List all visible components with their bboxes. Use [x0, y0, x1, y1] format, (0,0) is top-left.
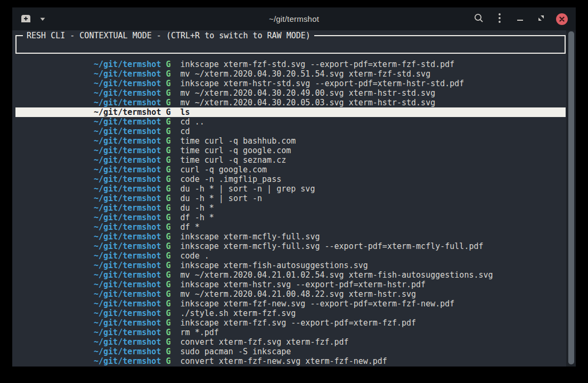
- git-flag: G: [161, 60, 180, 69]
- history-row[interactable]: ~/git/termshot G ./style.sh xterm-fzf.sv…: [15, 309, 566, 318]
- terminal-window: ~/git/termshot: [12, 7, 576, 367]
- minimize-button[interactable]: [510, 7, 530, 30]
- git-flag: G: [161, 289, 180, 299]
- history-path: ~/git/termshot: [94, 251, 161, 261]
- history-row[interactable]: ~/git/termshot G code .: [15, 251, 566, 261]
- git-flag: G: [161, 318, 180, 328]
- git-flag: G: [161, 299, 180, 309]
- history-row[interactable]: ~/git/termshot G mv ~/xterm.2020.04.21.0…: [15, 270, 566, 280]
- history-path: ~/git/termshot: [94, 165, 161, 174]
- history-command: inkscape xterm-hstr-std.svg --export-pdf…: [181, 79, 464, 88]
- history-row[interactable]: ~/git/termshot G code -n .imgflip_pass: [15, 174, 566, 184]
- git-flag: G: [161, 69, 180, 79]
- titlebar-right-controls: [468, 7, 572, 30]
- history-row[interactable]: ~/git/termshot G inkscape xterm-fzf.svg …: [15, 318, 566, 328]
- search-button[interactable]: [468, 7, 489, 30]
- history-row[interactable]: ~/git/termshot G df -h *: [15, 213, 566, 222]
- history-command: mv ~/xterm.2020.04.30.20.49.00.svg xterm…: [181, 88, 436, 98]
- git-flag: G: [161, 261, 180, 270]
- history-row[interactable]: ~/git/termshot G mv ~/xterm.2020.04.30.2…: [15, 88, 566, 98]
- history-row[interactable]: ~/git/termshot G inkscape xterm-fzf-new.…: [15, 299, 566, 309]
- history-path: ~/git/termshot: [94, 213, 161, 222]
- close-button[interactable]: [551, 7, 572, 30]
- git-flag: G: [161, 194, 180, 203]
- history-command: code -n .imgflip_pass: [181, 174, 282, 184]
- git-flag: G: [161, 88, 180, 98]
- history-command: inkscape xterm-fzf-std.svg --export-pdf=…: [181, 60, 455, 69]
- git-flag: G: [161, 79, 180, 88]
- history-command: inkscape xterm-fzf.svg --export-pdf=xter…: [181, 318, 416, 328]
- history-path: ~/git/termshot: [94, 203, 161, 213]
- history-command: df *: [181, 222, 200, 232]
- history-path: ~/git/termshot: [94, 337, 161, 347]
- history-command: inkscape xterm-hstr.svg --export-pdf=xte…: [181, 280, 426, 289]
- history-path: ~/git/termshot: [94, 328, 161, 337]
- history-path: ~/git/termshot: [94, 194, 161, 203]
- history-command: inkscape xterm-fzf-new.svg --export-pdf=…: [181, 299, 455, 309]
- history-command: inkscape xterm-fish-autosuggestions.svg: [181, 261, 368, 270]
- history-path: ~/git/termshot: [94, 98, 161, 107]
- history-row[interactable]: ~/git/termshot G df *: [15, 222, 566, 232]
- scrollbar-thumb[interactable]: [568, 31, 574, 364]
- history-row[interactable]: ~/git/termshot G convert xterm-fzf-new.s…: [15, 356, 566, 366]
- git-flag: G: [161, 165, 180, 174]
- git-flag: G: [161, 117, 180, 127]
- history-row[interactable]: ~/git/termshot G du -h * | sort -n: [15, 194, 566, 203]
- git-flag: G: [161, 337, 180, 347]
- history-row[interactable]: ~/git/termshot G inkscape xterm-fzf-std.…: [15, 60, 566, 69]
- history-path: ~/git/termshot: [94, 242, 161, 251]
- scrollbar-track: [566, 30, 576, 367]
- history-path: ~/git/termshot: [94, 261, 161, 270]
- history-command: inkscape xterm-mcfly-full.svg --export-p…: [181, 242, 484, 251]
- history-path: ~/git/termshot: [94, 146, 161, 155]
- history-command: mv ~/xterm.2020.04.30.20.51.54.svg xterm…: [181, 69, 431, 79]
- history-row[interactable]: ~/git/termshot G inkscape xterm-hstr.svg…: [15, 280, 566, 289]
- git-flag: G: [161, 155, 180, 165]
- history-row[interactable]: ~/git/termshot G curl -q google.com: [15, 165, 566, 174]
- history-row[interactable]: ~/git/termshot G sudo pacman -S inkscape: [15, 347, 566, 356]
- git-flag: G: [161, 270, 180, 280]
- history-row[interactable]: ~/git/termshot G inkscape xterm-mcfly-fu…: [15, 242, 566, 251]
- history-path: ~/git/termshot: [94, 222, 161, 232]
- git-flag: G: [161, 203, 180, 213]
- history-row[interactable]: ~/git/termshot G inkscape xterm-hstr-std…: [15, 79, 566, 88]
- history-row[interactable]: ~/git/termshot G time curl -q google.com: [15, 146, 566, 155]
- history-path: ~/git/termshot: [94, 280, 161, 289]
- git-flag: G: [161, 356, 180, 366]
- history-row[interactable]: ~/git/termshot G du -h *: [15, 203, 566, 213]
- screen: ~/git/termshot: [0, 0, 588, 383]
- history-row[interactable]: ~/git/termshot G time curl -q seznam.cz: [15, 155, 566, 165]
- history-row[interactable]: ~/git/termshot G mv ~/xterm.2020.04.30.2…: [15, 98, 566, 107]
- history-row[interactable]: ~/git/termshot G mv ~/xterm.2020.04.21.0…: [15, 289, 566, 299]
- history-command: cd: [181, 127, 190, 136]
- history-row[interactable]: ~/git/termshot G inkscape xterm-mcfly-fu…: [15, 232, 566, 242]
- history-row[interactable]: ~/git/termshot G ls: [15, 107, 566, 117]
- git-flag: G: [161, 251, 180, 261]
- history-row[interactable]: ~/git/termshot G convert xterm-fzf.svg x…: [15, 337, 566, 347]
- history-path: ~/git/termshot: [94, 60, 161, 69]
- history-command: sudo pacman -S inkscape: [181, 347, 291, 356]
- git-flag: G: [161, 213, 180, 222]
- history-row[interactable]: ~/git/termshot G cd ..: [15, 117, 566, 127]
- history-command: mv ~/xterm.2020.04.21.01.02.54.svg xterm…: [181, 270, 493, 280]
- git-flag: G: [161, 184, 180, 194]
- history-row[interactable]: ~/git/termshot G du -h * | sort -n | gre…: [15, 184, 566, 194]
- history-row[interactable]: ~/git/termshot G mv ~/xterm.2020.04.30.2…: [15, 69, 566, 79]
- history-command: time curl -q google.com: [181, 146, 291, 155]
- history-row[interactable]: ~/git/termshot G inkscape xterm-fish-aut…: [15, 261, 566, 270]
- history-row[interactable]: ~/git/termshot G rm *.pdf: [15, 328, 566, 337]
- menu-button[interactable]: [489, 7, 510, 30]
- history-path: ~/git/termshot: [94, 347, 161, 356]
- restore-button[interactable]: [530, 7, 551, 30]
- history-list: ~/git/termshot G inkscape xterm-fzf-std.…: [12, 60, 576, 366]
- git-flag: G: [161, 222, 180, 232]
- history-row[interactable]: ~/git/termshot G time curl -q bashhub.co…: [15, 136, 566, 146]
- history-path: ~/git/termshot: [94, 174, 161, 184]
- git-flag: G: [161, 242, 180, 251]
- git-flag: G: [161, 347, 180, 356]
- history-row[interactable]: ~/git/termshot G cd: [15, 127, 566, 136]
- git-flag: G: [161, 309, 180, 318]
- history-path: ~/git/termshot: [94, 184, 161, 194]
- restore-icon: [538, 15, 544, 23]
- git-flag: G: [161, 280, 180, 289]
